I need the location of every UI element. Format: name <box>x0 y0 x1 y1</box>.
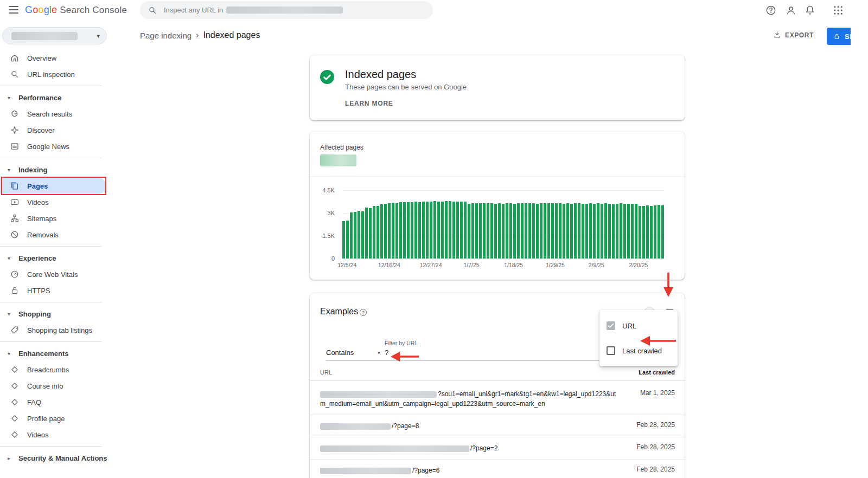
chart-bar[interactable] <box>369 208 372 259</box>
table-row[interactable]: /?page=2Feb 28, 2025 <box>310 437 685 460</box>
chart-bar[interactable] <box>384 204 387 259</box>
chart-bar[interactable] <box>604 203 607 259</box>
checkbox-unchecked-icon[interactable] <box>607 346 615 355</box>
chart-bar[interactable] <box>593 204 596 259</box>
sidebar-item-pages[interactable]: Pages <box>0 178 106 194</box>
property-selector[interactable]: ▾ <box>2 27 107 44</box>
chart-bar[interactable] <box>342 221 345 259</box>
chart-bar[interactable] <box>479 203 482 259</box>
chart-bar[interactable] <box>639 206 641 259</box>
table-row[interactable]: /?page=8Feb 28, 2025 <box>310 415 685 437</box>
sidebar-item-breadcrumbs[interactable]: Breadcrumbs <box>0 361 139 378</box>
sidebar-item-shopping-tab-listings[interactable]: Shopping tab listings <box>0 322 139 338</box>
filter-operator-select[interactable]: Contains ▾ <box>326 348 380 357</box>
chart-bar[interactable] <box>437 202 440 259</box>
chart-bar[interactable] <box>392 203 394 259</box>
sidebar-item-removals[interactable]: Removals <box>0 227 139 243</box>
sidebar-item-search-results[interactable]: Search results <box>0 106 139 122</box>
chart-bar[interactable] <box>498 203 501 259</box>
chart-bar[interactable] <box>365 208 368 259</box>
chart-bar[interactable] <box>426 202 429 259</box>
learn-more-link[interactable]: LEARN MORE <box>345 100 393 107</box>
chart-bar[interactable] <box>483 203 486 259</box>
sidebar-item-https[interactable]: HTTPS <box>0 282 139 299</box>
chart-bar[interactable] <box>422 202 425 259</box>
chart-bar[interactable] <box>460 202 463 259</box>
chart-bar[interactable] <box>418 202 421 259</box>
chart-bar[interactable] <box>532 203 535 259</box>
chart-bar[interactable] <box>373 206 375 259</box>
sidebar-item-faq[interactable]: FAQ <box>0 394 139 410</box>
chart-bar[interactable] <box>494 204 497 259</box>
sidebar-item-videos[interactable]: Videos <box>0 427 139 443</box>
chart-bar[interactable] <box>623 204 626 259</box>
chart-bar[interactable] <box>525 203 527 259</box>
sidebar-section-experience[interactable]: ▾Experience <box>0 250 139 266</box>
chart-bar[interactable] <box>585 204 588 259</box>
sidebar-item-videos[interactable]: Videos <box>0 194 139 210</box>
breadcrumb-parent[interactable]: Page indexing <box>140 31 192 40</box>
chart-bar[interactable] <box>601 204 603 259</box>
checkbox-checked-icon[interactable] <box>607 321 615 330</box>
export-button[interactable]: EXPORT <box>773 30 814 41</box>
chart-bar[interactable] <box>635 204 637 259</box>
sidebar-item-url-inspection[interactable]: URL inspection <box>0 66 139 82</box>
filter-value-input[interactable]: ? <box>385 348 417 357</box>
chart-bar[interactable] <box>361 211 364 259</box>
chart-bar[interactable] <box>578 203 580 259</box>
chart-bar[interactable] <box>631 204 634 259</box>
chart-bar[interactable] <box>403 202 406 259</box>
chart-bar[interactable] <box>547 203 550 259</box>
chart-bar[interactable] <box>411 202 413 259</box>
chart-bar[interactable] <box>654 205 656 259</box>
chart-bar[interactable] <box>620 203 622 259</box>
sidebar-section-indexing[interactable]: ▾Indexing <box>0 162 139 178</box>
chart-bar[interactable] <box>570 204 573 259</box>
sidebar-item-overview[interactable]: Overview <box>0 50 139 66</box>
chart-bar[interactable] <box>517 203 520 259</box>
chart-bar[interactable] <box>574 203 577 259</box>
sidebar-section-performance[interactable]: ▾Performance <box>0 89 139 106</box>
sidebar-item-google-news[interactable]: Google News <box>0 138 139 154</box>
chart-bar[interactable] <box>544 203 546 259</box>
sidebar-item-course-info[interactable]: Course info <box>0 378 139 394</box>
table-row[interactable]: /?page=6Feb 28, 2025 <box>310 460 685 478</box>
app-logo[interactable]: GoogleSearch Console <box>25 4 127 16</box>
sidebar-section-security-manual-actions[interactable]: ▸Security & Manual Actions <box>0 450 139 466</box>
chart-bar[interactable] <box>502 204 505 259</box>
dropdown-option-last-crawled[interactable]: Last crawled <box>599 338 678 363</box>
chart-bar[interactable] <box>528 203 531 259</box>
chart-bar[interactable] <box>536 204 539 259</box>
chart-bar[interactable] <box>650 206 653 259</box>
chart-bar[interactable] <box>471 203 474 259</box>
chart-bar[interactable] <box>521 203 524 259</box>
chart-bar[interactable] <box>540 203 542 259</box>
help-icon[interactable] <box>765 4 777 16</box>
chart-bar[interactable] <box>414 202 417 259</box>
chart-bar[interactable] <box>388 203 391 259</box>
table-row[interactable]: ?sou1=email_uni&gr1=mark&tg1=en&kw1=lega… <box>310 383 685 415</box>
chart-bar[interactable] <box>464 202 467 259</box>
help-circle-icon[interactable]: ? <box>360 309 367 316</box>
chart-bar[interactable] <box>646 205 649 259</box>
chart-bar[interactable] <box>608 204 611 259</box>
column-header-last-crawled[interactable]: ↓Last crawled <box>639 369 675 376</box>
chart-bar[interactable] <box>642 206 645 259</box>
chart-bar[interactable] <box>449 201 451 259</box>
chart-bar[interactable] <box>346 221 349 259</box>
chart-bar[interactable] <box>380 204 383 259</box>
chart-bar[interactable] <box>487 203 489 259</box>
chart-bar[interactable] <box>555 203 558 259</box>
chart-bar[interactable] <box>490 203 493 259</box>
chart-bar[interactable] <box>468 204 470 259</box>
chart-bar[interactable] <box>509 203 512 259</box>
chart-bar[interactable] <box>559 203 561 259</box>
dropdown-option-url[interactable]: URL <box>599 313 678 338</box>
chart-bar[interactable] <box>616 204 618 259</box>
chart-bar[interactable] <box>354 212 356 259</box>
account-icon[interactable] <box>785 4 797 16</box>
sidebar-item-discover[interactable]: Discover <box>0 122 139 138</box>
notifications-bell-icon[interactable] <box>804 4 816 16</box>
chart-bar[interactable] <box>395 203 398 259</box>
sidebar-item-profile-page[interactable]: Profile page <box>0 410 139 427</box>
